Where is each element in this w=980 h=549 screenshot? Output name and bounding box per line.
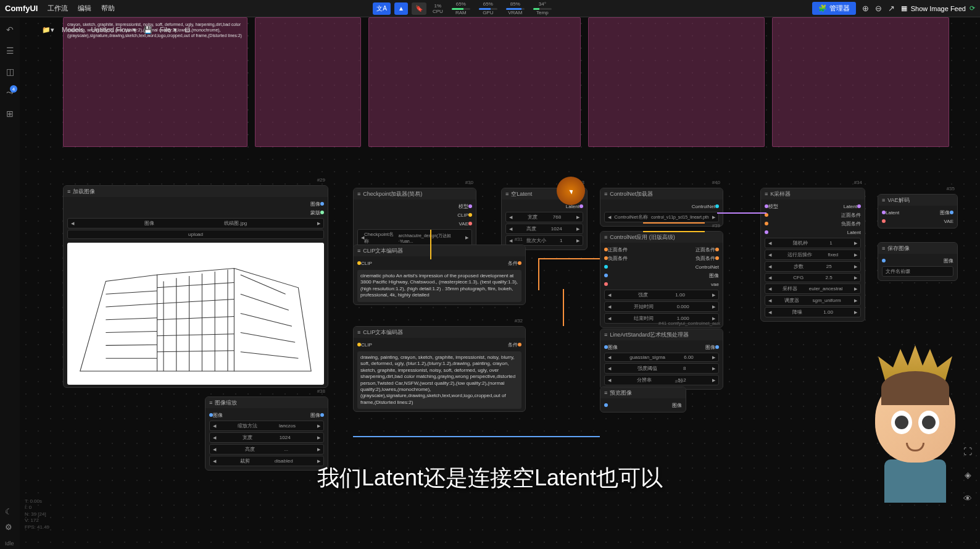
svg-line-12	[157, 282, 235, 287]
svg-line-20	[241, 333, 295, 343]
reset-button[interactable]: ⊡	[185, 26, 190, 34]
node-title: 图像缩放	[215, 399, 237, 407]
node-title: LineArtStandard艺术线预处理器	[610, 331, 689, 339]
status-text: Idle	[5, 540, 14, 547]
node-title: 空Latent	[511, 190, 532, 198]
file-menu[interactable]: File ▾	[160, 26, 177, 34]
node-ksampler[interactable]: #34 ≡K采样器 模型Latent 正面条件 负面条件 Latent ◀随机种…	[760, 188, 865, 322]
gear-icon[interactable]: ⚙	[5, 522, 12, 532]
save-button[interactable]: 💾	[144, 26, 152, 34]
node-title: 加载图像	[73, 188, 95, 196]
node-preview-image[interactable]: #42 ≡预览图像 图像	[600, 387, 686, 413]
node-title: 保存图像	[887, 245, 910, 253]
node-clip-negative[interactable]: #32 ≡CLIP文本编码器 CLIP条件 drawing, painting,…	[353, 326, 526, 412]
sketch-preview	[67, 243, 324, 385]
svg-line-19	[241, 313, 292, 326]
models-button[interactable]: Models	[62, 26, 83, 33]
svg-line-15	[157, 334, 235, 336]
moon-icon[interactable]: ☾	[5, 507, 12, 516]
preview-image-1	[255, 17, 362, 147]
node-controlnet-loader[interactable]: #40 ≡ControlNet加载器 ControlNet ◀ControlNe…	[600, 188, 723, 227]
temp-stat: 34°Temp	[531, 1, 554, 15]
top-bar: ComfyUI 工作流 编辑 帮助 文A ▲ 🔖 1%CPU 65%RAM 65…	[0, 0, 980, 17]
flow-name[interactable]: Untitled Flow ▾	[91, 26, 136, 34]
preview-image-4	[772, 17, 949, 147]
image-select[interactable]: ◀图像线稿图.jpg▶	[67, 218, 324, 228]
folder-button[interactable]: 📁▾	[42, 26, 54, 34]
node-save-image[interactable]: ≡保存图像 图像 文件名前缀	[878, 242, 958, 281]
prompt-text[interactable]: cinematic photo An artist's impression o…	[357, 270, 521, 302]
manager-button[interactable]: 🧩管理器	[812, 2, 856, 15]
share-icon[interactable]: ↗	[888, 4, 895, 13]
image-feed-toggle[interactable]: ▦Show Image Feed⟳	[901, 4, 975, 12]
node-load-image[interactable]: #29 ≡加载图像 图像 蒙版 ◀图像线稿图.jpg▶ upload	[63, 185, 328, 388]
preview-image-3	[588, 17, 765, 147]
cursor-highlight	[557, 177, 585, 205]
video-subtitle: 我们Latent还是连接空Latent也可以	[317, 463, 663, 493]
node-title: 预览图像	[610, 389, 632, 397]
ram-stat: 65%RAM	[449, 1, 473, 15]
svg-line-14	[157, 317, 235, 320]
app-logo: ComfyUI	[5, 4, 38, 13]
node-title: ControlNet应用 (旧版高级)	[610, 233, 675, 241]
cube-icon[interactable]: ◫	[6, 67, 14, 77]
preview-image-2	[368, 17, 581, 147]
svg-line-21	[241, 352, 299, 358]
grid-icon: ▦	[901, 4, 907, 12]
svg-line-18	[241, 294, 289, 310]
gpu-stat: 65%GPU	[476, 1, 500, 15]
theme-button[interactable]: ▲	[394, 2, 408, 15]
sub-bar: 📁▾ Models Untitled Flow ▾ 💾 File ▾ ⊡	[37, 21, 195, 38]
svg-line-13	[157, 300, 235, 304]
bookmark-button[interactable]: 🔖	[412, 2, 426, 15]
svg-line-2	[106, 318, 157, 320]
settings-controls: ☾ ⚙	[5, 507, 12, 532]
node-title: VAE解码	[887, 196, 909, 204]
preview-strip: crayon, sketch, graphite, impressionist,…	[63, 17, 949, 147]
svg-line-3	[106, 332, 157, 333]
prompt-text[interactable]: drawing, painting, crayon, sketch, graph…	[357, 351, 521, 409]
svg-line-16	[157, 351, 235, 352]
nodes-icon[interactable]: ⊞	[6, 109, 14, 119]
upload-button[interactable]: upload	[67, 230, 324, 239]
menu-help[interactable]: 帮助	[101, 4, 115, 13]
translate-button[interactable]: 文A	[373, 2, 391, 15]
node-title: CLIP文本编码器	[363, 329, 403, 337]
undo-icon[interactable]: ↶	[6, 25, 14, 35]
menu-workflow[interactable]: 工作流	[48, 4, 68, 13]
node-title: ControlNet加载器	[610, 190, 653, 198]
svg-line-4	[106, 345, 157, 345]
refresh-icon: ⟳	[970, 4, 975, 12]
list-icon[interactable]: ☰	[6, 46, 14, 56]
avatar-character	[857, 345, 974, 518]
vram-stat: 85%VRAM	[504, 1, 527, 15]
node-title: CLIP文本编码器	[363, 247, 403, 255]
zoom-out-icon[interactable]: ⊖	[875, 4, 882, 13]
route-icon[interactable]: ⤳4	[6, 88, 14, 98]
left-sidebar: ↶ ☰ ◫ ⤳4 ⊞	[0, 17, 20, 549]
puzzle-icon: 🧩	[818, 4, 827, 12]
node-lineart-preprocessor[interactable]: #41 comfyui_controlnet_aux ≡LineArtStand…	[600, 329, 723, 390]
svg-line-1	[106, 304, 157, 307]
node-controlnet-apply[interactable]: #39 ≡ControlNet应用 (旧版高级) 正面条件正面条件 负面条件负面…	[600, 231, 723, 328]
canvas-stats: T: 0.00s I: 0 N: 39 [24] V: 172 FPS: 41.…	[25, 498, 49, 530]
menu-edit[interactable]: 编辑	[78, 4, 91, 13]
zoom-in-icon[interactable]: ⊕	[862, 4, 869, 13]
node-title: Checkpoint加载器(简易)	[363, 190, 422, 198]
node-title: K采样器	[770, 190, 791, 198]
node-vae-decode[interactable]: #35 ≡VAE解码 Latent图像 VAE	[878, 194, 958, 228]
svg-line-0	[106, 291, 157, 294]
cpu-stat: 1%CPU	[430, 3, 446, 14]
node-image-scale[interactable]: #38 ≡图像缩放 图像图像 ◀缩放方法lanczos▶ ◀宽度1024▶ ◀高…	[205, 396, 328, 471]
node-clip-positive[interactable]: #31 ≡CLIP文本编码器 CLIP条件 cinematic photo An…	[353, 245, 526, 305]
node-checkpoint-loader[interactable]: #30 ≡Checkpoint加载器(简易) 模型 CLIP VAE ◀Chec…	[353, 188, 476, 251]
svg-line-17	[241, 275, 286, 294]
